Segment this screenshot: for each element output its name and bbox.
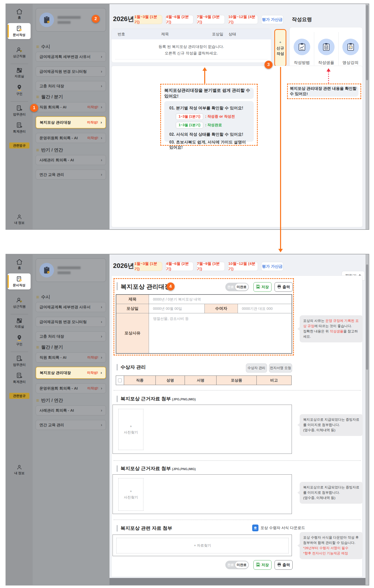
nav-home[interactable]: 홈	[6, 9, 33, 20]
menu-card[interactable]: 운영위원회 회의록 - AI미작성!›	[36, 383, 106, 393]
nav-recruit[interactable]: 구인	[6, 335, 33, 346]
menu-card[interactable]: 운영위원회 회의록 - AI미작성!›	[36, 133, 106, 143]
nav-accounting[interactable]: 회계관리	[6, 372, 33, 384]
evidence-tip-1: 복지포상으로 지급되었다는 증빙자료를 이미지로 첨부합니다. (영수증, 이체…	[300, 414, 363, 436]
menu-card[interactable]: 사례관리 회의록 - AI›	[36, 155, 106, 165]
nav-my-info[interactable]: 내 정보	[6, 465, 33, 475]
profile-card[interactable]	[36, 258, 106, 282]
person-icon	[17, 465, 22, 470]
tutorial-page: 홈 문서작성 상근직원 자료실 구인 업무관리	[0, 0, 374, 588]
not-written-badge: 미작성!	[87, 105, 98, 109]
menu-card-welfare-award[interactable]: 복지포상 관리대장미작성!›	[36, 116, 106, 128]
related-law-badge[interactable]: 관련법규	[9, 393, 29, 399]
nav-recruit[interactable]: 구인	[6, 84, 33, 96]
red-arrow-head	[327, 68, 331, 71]
nav-work-mgmt[interactable]: 업무관리	[6, 355, 33, 367]
new-write-button[interactable]: + 신규 작성	[274, 29, 286, 67]
menu-card[interactable]: 급여제공직원 변경 모니터링›	[36, 66, 106, 77]
quarter-1-tab[interactable]: 1월~3월 (1분기)	[134, 262, 162, 271]
scrollbar[interactable]	[365, 254, 369, 585]
scrollbar[interactable]	[365, 4, 369, 229]
nav-staff[interactable]: 상근직원	[6, 297, 33, 309]
section-accent-bar	[117, 525, 118, 532]
menu-card[interactable]: 고충 처리 대장›	[36, 81, 106, 91]
menu-card[interactable]: 사례관리 회의록 - AI›	[36, 405, 106, 415]
chevron-right-icon: ›	[100, 370, 102, 375]
scrollbar-thumb[interactable]	[366, 264, 368, 370]
chevron-right-icon: ›	[101, 422, 102, 427]
scrollbar-thumb[interactable]	[366, 5, 368, 80]
nav-label: 회계관리	[13, 129, 26, 134]
save-button-bottom[interactable]: 저장	[253, 560, 272, 570]
status-toggle-bottom[interactable]: 완료 미완료	[225, 561, 249, 569]
red-arrow-line	[328, 71, 329, 83]
photo-find-button[interactable]: + 사진찾기	[118, 409, 143, 450]
quarter-4-tab[interactable]: 10월~12월 (4분기)	[228, 262, 258, 271]
select-all-cell[interactable]	[116, 376, 124, 385]
chevron-right-icon: ›	[101, 386, 102, 391]
document-menu: ≡수시 급여제공계획 세부변경 사유서› 급여제공직원 변경 모니터링› 고충 …	[33, 254, 110, 585]
menu-card[interactable]: 직원 회의록 - AI미작성!›	[36, 352, 106, 362]
section-anytime: ≡수시	[36, 294, 50, 300]
chevron-right-icon: ›	[101, 105, 102, 110]
chevron-right-icon: ›	[101, 319, 102, 324]
screenshot-list: 홈 문서작성 상근직원 자료실 구인 업무관리	[6, 4, 369, 230]
quarter-3-tab[interactable]: 7월~9월 (3분기)	[197, 262, 225, 271]
plus-icon: +	[279, 40, 282, 44]
print-button-bottom[interactable]: 출력	[275, 560, 293, 570]
reason-tip: 포상의 사유는 운영 규정에 기록된 포상 규정에 따르는 것이 좋습니다. 정…	[300, 315, 363, 342]
esign-request-button[interactable]: 전자서명 요청	[269, 363, 292, 373]
file-find-button[interactable]: + 자료찾기	[116, 538, 289, 553]
winners-manage-button[interactable]: 수상자 관리	[246, 363, 267, 373]
nav-archive[interactable]: 자료실	[6, 67, 33, 79]
document-gear-icon	[16, 276, 22, 282]
quarter-2-tab[interactable]: 4월~6월 (2분기)	[166, 262, 193, 271]
menu-card[interactable]: 고충 처리 대장›	[36, 331, 106, 341]
redacted-name	[58, 266, 81, 274]
menu-card[interactable]: 직원 회의록 - AI미작성!›	[36, 102, 106, 112]
quarter-1-tab[interactable]: 1월~3월 (1분기)	[134, 15, 162, 24]
checkbox[interactable]	[118, 379, 122, 382]
nav-work-mgmt[interactable]: 업무관리	[6, 105, 33, 117]
step-marker-1: 1	[30, 104, 38, 112]
evaluation-bonus-button[interactable]: 평가 가산금	[261, 15, 283, 24]
menu-card[interactable]: 급여제공계획 세부변경 사유서›	[36, 302, 106, 312]
winner-form-download-link[interactable]: 호 포상 수령자 서식 다운로드	[252, 525, 305, 531]
chevron-right-icon: ›	[101, 305, 102, 310]
clipboard-avatar-icon	[39, 263, 54, 277]
empty-message-line1: 등록 된 복지포상 관리대장이 없습니다.	[112, 44, 271, 49]
person-gear-icon	[16, 297, 23, 304]
guide-heading: 작성요령	[292, 16, 312, 23]
col-name: 성명	[156, 376, 185, 385]
quarter-2-tab[interactable]: 4월~6월 (2분기)	[166, 15, 193, 24]
photo-find-button[interactable]: + 사진찾기	[118, 478, 143, 511]
nav-label: 문서작성	[13, 33, 25, 37]
menu-card[interactable]: 연간 교육 관리›	[36, 170, 106, 180]
quarter-4-tab[interactable]: 10월~12월 (4분기)	[228, 15, 258, 24]
printer-icon	[277, 563, 281, 567]
nav-accounting[interactable]: 회계관리	[6, 122, 33, 134]
nav-divider	[11, 64, 28, 64]
person-icon	[17, 214, 22, 220]
menu-card[interactable]: 급여제공계획 세부변경 사유서›	[36, 52, 106, 62]
quarter-3-tab[interactable]: 7월~9월 (3분기)	[197, 15, 225, 24]
evaluation-bonus-button[interactable]: 평가 가산금	[261, 262, 283, 271]
evidence-dropzone-2: + 사진찾기	[113, 474, 292, 514]
callout-title: 복지포상관리대장을 분기별로 쉽게 관리할 수 있어요!	[164, 88, 254, 99]
nav-my-info[interactable]: 내 정보	[6, 214, 33, 225]
menu-card[interactable]: 연간 교육 관리›	[36, 420, 106, 430]
nav-doc-write[interactable]: 문서작성	[8, 273, 31, 289]
nav-home[interactable]: 홈	[6, 259, 33, 270]
nav-staff[interactable]: 상근직원	[6, 47, 33, 58]
related-law-badge[interactable]: 관련법규	[9, 142, 29, 149]
not-written-badge: 미작성!	[87, 136, 98, 140]
person-gear-icon	[16, 47, 23, 53]
menu-card[interactable]: 급여제공직원 변경 모니터링›	[36, 317, 106, 327]
divider	[114, 460, 361, 461]
nav-doc-write[interactable]: 문서작성	[8, 23, 31, 39]
primary-nav: 홈 문서작성 상근직원 자료실 구인 업무관리	[6, 4, 33, 229]
list-icon: ≡	[36, 44, 39, 49]
nav-archive[interactable]: 자료실	[6, 318, 33, 329]
map-pin-icon	[16, 335, 22, 341]
menu-card-welfare-award[interactable]: 복지포상 관리대장미작성!›	[36, 367, 106, 379]
